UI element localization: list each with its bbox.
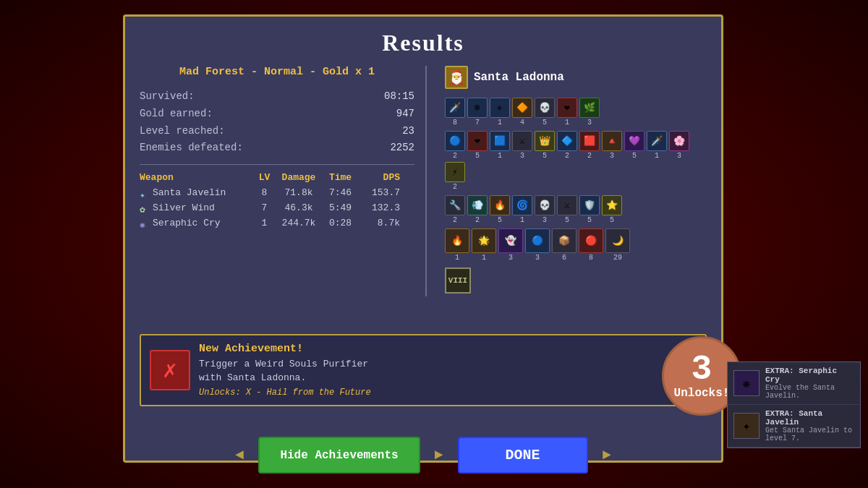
cry-icon: ❋: [140, 218, 150, 228]
item-cell: 🔴 8: [579, 228, 603, 262]
side-item-text-1: EXTRA: Seraphic Cry Evolve the Santa Jav…: [765, 367, 854, 400]
done-button[interactable]: DONE: [458, 437, 588, 474]
item-row-2: 🔵 2 ❤️ 5 🟦 1 ⚔️ 3 👑 5: [445, 131, 707, 191]
item-cell: 🟥 2: [579, 131, 600, 160]
item-icon: ⚔️: [557, 195, 577, 215]
stat-gold: Gold earned: 947: [140, 106, 414, 123]
item-icon: ❤️: [467, 131, 488, 151]
item-cell: ❤️ 5: [467, 131, 488, 160]
item-icon: 🌸: [669, 131, 689, 151]
item-cell: 🔥 1: [445, 228, 469, 262]
weapon-row-1: ✦ Santa Javelin 8 71.8k 7:46 153.7: [140, 186, 414, 201]
item-icon: 🔵: [525, 228, 550, 253]
passive-row: 🔥 1 🌟 1 👻 3 🔵 3 📦 6: [445, 228, 707, 262]
achievement-description: Trigger a Weird Souls Purifierwith Santa…: [199, 358, 697, 384]
hide-achievements-button[interactable]: Hide Achievements: [258, 437, 420, 474]
item-icon: ❤️: [557, 98, 577, 118]
item-cell: 🔶 4: [512, 98, 532, 127]
item-cell: 🛡️ 5: [579, 195, 600, 224]
stat-level: Level reached: 23: [140, 123, 414, 140]
run-subtitle: Mad Forest - Normal - Gold x 1: [140, 66, 414, 78]
item-icon: 🔵: [445, 131, 465, 151]
achievement-text: New Achievement! Trigger a Weird Souls P…: [199, 343, 697, 397]
item-icon: 🗡️: [445, 98, 465, 118]
item-cell: 🌿 3: [579, 98, 600, 127]
item-cell: 🔥 5: [490, 195, 510, 224]
item-icon: 🔷: [557, 131, 577, 151]
item-cell: 🌀 1: [512, 195, 532, 224]
stat-survived: Survived: 08:15: [140, 88, 414, 106]
item-icon: 🔥: [445, 228, 469, 253]
stat-enemies: Enemies defeated: 2252: [140, 140, 414, 157]
item-cell: ⭐ 5: [602, 195, 622, 224]
vertical-divider: [425, 66, 427, 296]
results-panel: Results Mad Forest - Normal - Gold x 1 S…: [123, 14, 723, 463]
achievement-banner: ✗ New Achievement! Trigger a Weird Souls…: [140, 334, 707, 406]
hide-arrow-left: ◄: [235, 437, 244, 474]
achievement-new-label: New Achievement!: [199, 343, 697, 355]
item-icon: 💀: [535, 98, 555, 118]
item-icon: ⭐: [602, 195, 622, 215]
item-icon: 👻: [498, 228, 523, 253]
item-cell: 🔧 2: [445, 195, 465, 224]
item-icon: 🔧: [445, 195, 465, 215]
item-icon: 🔥: [490, 195, 510, 215]
item-cell: 🟦 1: [490, 131, 510, 160]
item-icon: 📦: [552, 228, 576, 253]
item-icon: 🔶: [512, 98, 532, 118]
hide-arrow-right: ►: [435, 437, 443, 474]
side-panel: ❋ EXTRA: Seraphic Cry Evolve the Santa J…: [727, 361, 861, 448]
item-cell: ⚔️ 3: [512, 131, 532, 160]
item-cell: 🗡️ 1: [647, 131, 667, 160]
item-icon: 🌀: [512, 195, 532, 215]
weapon-table-header: Weapon LV Damage Time DPS: [140, 172, 414, 183]
item-cell: 🗡️ 8: [445, 98, 465, 127]
item-icon: ⚔️: [512, 131, 532, 151]
item-cell: 🔷 2: [557, 131, 577, 160]
right-column: 🎅 Santa Ladonna 🗡️ 8 ❄️ 7 ✳️ 1 🔶: [438, 66, 707, 296]
wind-icon: ✿: [140, 203, 150, 213]
item-cell: 🌟 1: [472, 228, 496, 262]
santa-javelin-icon: ✦: [733, 413, 760, 439]
unlocks-number: 3: [692, 352, 712, 387]
item-row-3: 🔧 2 💨 2 🔥 5 🌀 1 💀 3: [445, 195, 707, 224]
item-icon: 🟥: [579, 131, 600, 151]
item-cell: 🔵 2: [445, 131, 465, 160]
item-icon: 🗡️: [647, 131, 667, 151]
item-cell: 🔺 3: [602, 131, 622, 160]
item-cell: ✳️ 1: [490, 98, 510, 127]
weapon-row-3: ❋ Seraphic Cry 1 244.7k 0:28 8.7k: [140, 216, 414, 231]
item-icon: ❄️: [467, 98, 488, 118]
seraphic-cry-icon: ❋: [733, 370, 760, 396]
item-icon: 🌟: [472, 228, 496, 253]
javelin-icon: ✦: [140, 189, 150, 199]
divider: [140, 164, 414, 165]
side-item-2: ✦ EXTRA: Santa Javelin Get Santa Javelin…: [728, 405, 860, 448]
item-icon: 💀: [535, 195, 555, 215]
weapon-row-2: ✿ Silver Wind 7 46.3k 5:49 132.3: [140, 201, 414, 216]
done-arrow-right: ►: [603, 437, 611, 474]
bottom-buttons: ◄ Hide Achievements ► DONE ►: [123, 437, 723, 474]
item-icon: 🟦: [490, 131, 510, 151]
item-icon: ✳️: [490, 98, 510, 118]
results-title: Results: [125, 17, 721, 62]
item-icon: 🛡️: [579, 195, 600, 215]
item-cell: 💀 3: [535, 195, 555, 224]
item-cell: 🔵 3: [525, 228, 550, 262]
achievement-unlock: Unlocks: X - Hail from the Future: [199, 388, 697, 398]
achievement-icon: ✗: [150, 350, 190, 390]
side-item-1: ❋ EXTRA: Seraphic Cry Evolve the Santa J…: [728, 362, 860, 405]
item-cell: 👻 3: [498, 228, 523, 262]
item-cell: 🌸 3: [669, 131, 689, 160]
item-cell: ⚡ 2: [445, 162, 465, 191]
item-cell: 💀 5: [535, 98, 555, 127]
character-header: 🎅 Santa Ladonna: [445, 66, 707, 89]
item-icon: 👑: [535, 131, 555, 151]
stage-badge: VIII: [445, 267, 471, 294]
item-cell: 🌙 29: [605, 228, 630, 262]
item-icon: ⚡: [445, 162, 465, 182]
unlocks-label: Unlocks!: [674, 387, 730, 400]
item-cell: ⚔️ 5: [557, 195, 577, 224]
item-icon: 💜: [624, 131, 644, 151]
item-cell: 📦 6: [552, 228, 576, 262]
